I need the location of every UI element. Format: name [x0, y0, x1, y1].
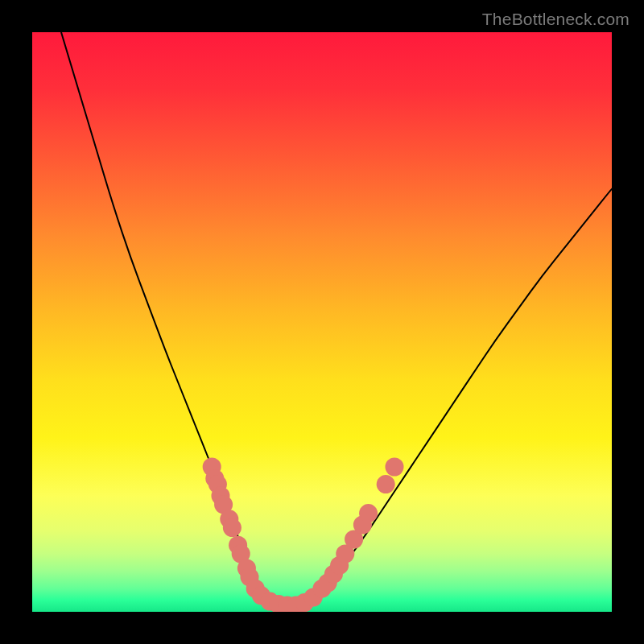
chart-frame: TheBottleneck.com	[0, 0, 644, 644]
plot-area	[32, 32, 612, 612]
data-marker	[385, 457, 403, 476]
chart-svg	[32, 32, 612, 612]
data-marker	[359, 504, 378, 522]
watermark-label: TheBottleneck.com	[482, 10, 630, 29]
data-marker	[223, 518, 242, 537]
data-marker	[377, 475, 395, 493]
bottleneck-curve	[61, 32, 612, 605]
